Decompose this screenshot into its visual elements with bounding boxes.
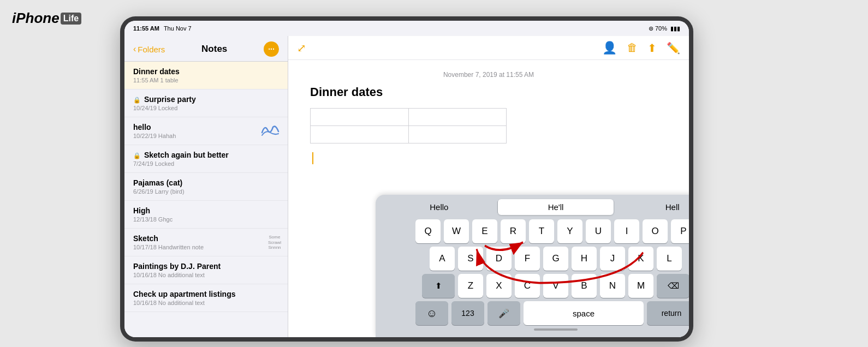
ipad-screen: 11:55 AM Thu Nov 7 ⊛ 70% ▮▮▮ ‹ Folders N… [124, 21, 689, 337]
list-item[interactable]: Check up apartment listings 10/16/18 No … [124, 284, 288, 312]
table-cell[interactable] [311, 126, 409, 143]
note-date: November 7, 2019 at 11:55 AM [310, 71, 667, 79]
list-item[interactable]: hello 10/22/19 Hahah [124, 117, 288, 145]
scribble-icon [259, 122, 281, 138]
share-icon[interactable]: ⬆ [647, 41, 657, 55]
notes-list: Dinner dates 11:55 AM 1 table 🔒 Surprise… [124, 62, 288, 337]
more-button[interactable]: ··· [264, 41, 279, 57]
note-title: 🔒 Surprise party [133, 95, 279, 104]
note-title: Paintings by D.J. Parent [133, 262, 279, 271]
key-m[interactable]: M [628, 274, 653, 298]
list-item[interactable]: 🔒 Sketch again but better 7/24/19 Locked [124, 145, 288, 173]
key-v[interactable]: V [543, 274, 568, 298]
key-q[interactable]: Q [415, 219, 441, 243]
sidebar-title: Notes [165, 44, 264, 55]
list-item[interactable]: Dinner dates 11:55 AM 1 table [124, 62, 288, 89]
key-p[interactable]: P [671, 219, 689, 243]
key-t[interactable]: T [529, 219, 554, 243]
handwritten-icon: SomeScrawlSnnnn [268, 235, 281, 250]
note-meta: 12/13/18 Ghgc [133, 216, 279, 223]
key-x[interactable]: X [486, 274, 512, 298]
keyboard-row-4: ☺ 123 🎤 space return [379, 301, 689, 325]
back-button[interactable]: ‹ Folders [133, 44, 165, 54]
keyboard-row-1: Q W E R T Y U I O P [379, 219, 689, 243]
table-cell[interactable] [408, 126, 507, 143]
key-s[interactable]: S [458, 247, 483, 271]
wifi-icon: ⊛ 70% [649, 25, 667, 32]
status-bar: 11:55 AM Thu Nov 7 ⊛ 70% ▮▮▮ [124, 21, 689, 36]
list-item[interactable]: Pajamas (cat) 6/26/19 Larry (bird) [124, 173, 288, 201]
note-title: Pajamas (cat) [133, 178, 279, 187]
autocomplete-hell2[interactable]: Hell [614, 199, 689, 215]
autocomplete-hello[interactable]: Hello [381, 199, 497, 215]
numbers-key[interactable]: 123 [451, 301, 484, 325]
list-item[interactable]: Sketch 10/17/18 Handwritten note SomeScr… [124, 229, 288, 256]
note-content-area: ⤢ 👤 🗑 ⬆ ✏️ November 7, 2019 at 11:55 AM … [288, 36, 689, 337]
more-icon: ··· [268, 45, 275, 53]
trash-icon[interactable]: 🗑 [627, 41, 638, 54]
ipad-frame: 11:55 AM Thu Nov 7 ⊛ 70% ▮▮▮ ‹ Folders N… [120, 16, 693, 342]
key-y[interactable]: Y [557, 219, 582, 243]
key-w[interactable]: W [444, 219, 469, 243]
key-r[interactable]: R [501, 219, 526, 243]
autocomplete-bar: Hello He'll Hell [379, 199, 689, 215]
note-toolbar: ⤢ 👤 🗑 ⬆ ✏️ [288, 36, 689, 60]
compose-icon[interactable]: ✏️ [667, 41, 680, 55]
key-a[interactable]: A [430, 247, 455, 271]
shift-key[interactable]: ⬆ [422, 274, 455, 298]
key-j[interactable]: J [600, 247, 625, 271]
status-date: Thu Nov 7 [164, 25, 192, 32]
key-o[interactable]: O [643, 219, 668, 243]
text-cursor [312, 152, 313, 164]
list-item[interactable]: 🔒 Surprise party 10/24/19 Locked [124, 89, 288, 117]
expand-icon[interactable]: ⤢ [297, 41, 306, 55]
note-meta: 10/24/19 Locked [133, 105, 279, 111]
note-meta: 11:55 AM 1 table [133, 77, 279, 83]
note-title: Dinner dates [133, 67, 279, 76]
space-key[interactable]: space [524, 301, 644, 325]
mic-key[interactable]: 🎤 [487, 301, 520, 325]
key-d[interactable]: D [486, 247, 512, 271]
key-b[interactable]: B [572, 274, 597, 298]
key-c[interactable]: C [515, 274, 540, 298]
key-n[interactable]: N [600, 274, 625, 298]
toolbar-left: ⤢ [297, 41, 306, 55]
key-e[interactable]: E [472, 219, 497, 243]
key-u[interactable]: U [586, 219, 611, 243]
note-title: 🔒 Sketch again but better [133, 151, 279, 159]
emoji-key[interactable]: ☺ [415, 301, 448, 325]
main-content: ‹ Folders Notes ··· Dinner dates 11:55 A… [124, 36, 689, 337]
note-title: Sketch [133, 234, 279, 243]
key-i[interactable]: I [614, 219, 639, 243]
brand-logo: iPhone Life [12, 10, 81, 27]
back-label[interactable]: Folders [138, 45, 165, 54]
toolbar-right: 👤 🗑 ⬆ ✏️ [602, 41, 680, 55]
note-meta: 10/16/18 No additional text [133, 300, 279, 306]
autocomplete-hell[interactable]: He'll [498, 199, 614, 215]
status-right: ⊛ 70% ▮▮▮ [649, 25, 680, 32]
key-g[interactable]: G [543, 247, 568, 271]
keyboard-row-2: A S D F G H J K L [379, 247, 689, 271]
note-title: Check up apartment listings [133, 290, 279, 298]
sidebar-header: ‹ Folders Notes ··· [124, 36, 288, 62]
note-title: hello [133, 123, 279, 131]
key-f[interactable]: F [515, 247, 540, 271]
key-h[interactable]: H [572, 247, 597, 271]
note-meta: 10/16/18 No additional text [133, 272, 279, 278]
logo-iphone-text: iPhone [12, 10, 60, 27]
key-k[interactable]: K [628, 247, 653, 271]
key-l[interactable]: L [657, 247, 682, 271]
lock-icon: 🔒 [133, 97, 141, 103]
table-cell[interactable] [408, 109, 507, 126]
list-item[interactable]: Paintings by D.J. Parent 10/16/18 No add… [124, 256, 288, 284]
keyboard-row-3: ⬆ Z X C V B N M ⌫ [379, 274, 689, 298]
list-item[interactable]: High 12/13/18 Ghgc [124, 201, 288, 229]
backspace-key[interactable]: ⌫ [657, 274, 689, 298]
table-row [311, 126, 507, 143]
key-z[interactable]: Z [458, 274, 483, 298]
table-cell[interactable] [311, 109, 409, 126]
return-key[interactable]: return [647, 301, 689, 325]
note-meta: 10/22/19 Hahah [133, 133, 279, 139]
back-chevron-icon: ‹ [133, 44, 136, 54]
collaborator-icon[interactable]: 👤 [602, 41, 617, 55]
